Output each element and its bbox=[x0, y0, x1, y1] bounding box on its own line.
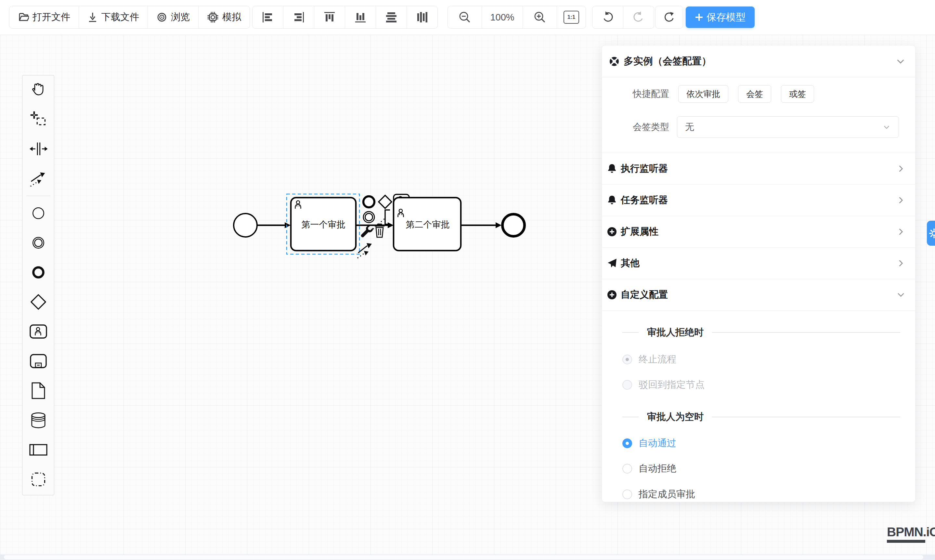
subprocess-icon bbox=[29, 353, 48, 369]
redo-icon bbox=[632, 11, 645, 24]
panel-header[interactable]: 多实例（会签配置） bbox=[602, 46, 915, 77]
space-tool[interactable] bbox=[29, 140, 48, 158]
section-other[interactable]: 其他 bbox=[602, 247, 915, 279]
empty-title-text: 审批人为空时 bbox=[647, 411, 704, 423]
bpmn-diagram: 第一个审批 bbox=[195, 179, 552, 286]
section-list: 执行监听器 任务监听器 扩展属性 bbox=[602, 153, 915, 311]
chevron-right-icon bbox=[897, 195, 906, 205]
undo-button[interactable] bbox=[592, 6, 623, 28]
sign-type-row: 会签类型 无 bbox=[602, 116, 915, 138]
divider-line bbox=[622, 332, 638, 333]
zoom-out-icon bbox=[458, 11, 471, 24]
zoom-level: 100% bbox=[481, 6, 523, 28]
distribute-horizontal-button[interactable] bbox=[376, 6, 407, 28]
create-user-task[interactable] bbox=[29, 322, 48, 341]
append-text-annotation-icon[interactable] bbox=[385, 210, 390, 224]
append-end-event-icon[interactable] bbox=[363, 196, 374, 208]
create-group[interactable] bbox=[29, 470, 48, 489]
participant-icon bbox=[29, 443, 48, 456]
zoom-group: 100% 1:1 bbox=[448, 6, 586, 29]
user-task-icon bbox=[29, 324, 48, 339]
create-gateway[interactable] bbox=[29, 293, 48, 311]
radio-circle[interactable] bbox=[622, 489, 632, 499]
align-bottom-button[interactable] bbox=[345, 6, 376, 28]
create-subprocess[interactable] bbox=[29, 352, 48, 370]
open-file-button[interactable]: 打开文件 bbox=[9, 6, 78, 28]
global-connect-tool[interactable] bbox=[29, 169, 48, 188]
create-intermediate-event[interactable] bbox=[29, 234, 48, 252]
preview-button[interactable]: 浏览 bbox=[148, 6, 198, 28]
group-icon bbox=[30, 471, 47, 488]
radio-return-to-node[interactable]: 驳回到指定节点 bbox=[602, 378, 915, 391]
radio-terminate-process[interactable]: 终止流程 bbox=[602, 353, 915, 366]
align-group bbox=[252, 6, 438, 29]
radio-circle[interactable] bbox=[622, 355, 632, 365]
section-label: 执行监听器 bbox=[621, 162, 892, 175]
radio-designated-member[interactable]: 指定成员审批 bbox=[602, 488, 915, 501]
section-extended-properties[interactable]: 扩展属性 bbox=[602, 216, 915, 247]
custom-config-area: 审批人拒绝时 终止流程 驳回到指定节点 审批人为空时 自动通过 bbox=[602, 311, 915, 501]
download-file-button[interactable]: 下载文件 bbox=[78, 6, 148, 28]
wrench-icon[interactable] bbox=[361, 225, 373, 237]
save-model-button[interactable]: 保存模型 bbox=[686, 6, 755, 28]
refresh-button[interactable] bbox=[655, 6, 683, 28]
zoom-out-button[interactable] bbox=[448, 6, 481, 28]
gateway-icon bbox=[29, 293, 47, 311]
chevron-down-icon[interactable] bbox=[896, 57, 906, 66]
lasso-tool[interactable] bbox=[29, 110, 48, 128]
section-label: 扩展属性 bbox=[621, 225, 892, 238]
reset-zoom-icon: 1:1 bbox=[564, 11, 579, 24]
create-start-event[interactable] bbox=[29, 204, 48, 222]
divider-line bbox=[622, 417, 638, 417]
redo-button[interactable] bbox=[623, 6, 654, 28]
sign-type-select[interactable]: 无 bbox=[677, 116, 899, 138]
radio-label: 自动拒绝 bbox=[638, 462, 676, 475]
distribute-vertical-button[interactable] bbox=[407, 6, 437, 28]
append-intermediate-event-icon[interactable] bbox=[363, 212, 374, 223]
option-sequential-approval[interactable]: 依次审批 bbox=[678, 85, 728, 103]
zoom-level-value: 100% bbox=[490, 12, 514, 23]
align-right-button[interactable] bbox=[283, 6, 314, 28]
align-right-icon bbox=[292, 11, 305, 24]
simulate-button[interactable]: 模拟 bbox=[198, 6, 249, 28]
trash-icon[interactable] bbox=[375, 224, 384, 237]
option-countersign[interactable]: 会签 bbox=[738, 85, 771, 103]
align-top-icon bbox=[323, 11, 336, 24]
end-event-shape[interactable] bbox=[503, 214, 524, 236]
start-event-shape[interactable] bbox=[234, 214, 257, 237]
append-gateway-icon[interactable] bbox=[378, 195, 392, 208]
refresh-icon bbox=[663, 11, 676, 24]
simulate-label: 模拟 bbox=[222, 11, 241, 24]
create-end-event[interactable] bbox=[29, 263, 48, 282]
section-label: 任务监听器 bbox=[621, 194, 892, 207]
start-event-icon bbox=[30, 205, 47, 222]
section-task-listener[interactable]: 任务监听器 bbox=[602, 184, 915, 216]
scrollbar-thumb[interactable] bbox=[4, 555, 923, 559]
user-task-person-icon bbox=[398, 209, 404, 217]
radio-circle[interactable] bbox=[622, 464, 632, 474]
create-data-store[interactable] bbox=[29, 411, 48, 429]
radio-label: 指定成员审批 bbox=[638, 488, 695, 501]
create-participant[interactable] bbox=[29, 441, 48, 459]
gear-icon bbox=[929, 228, 935, 238]
horizontal-scrollbar[interactable] bbox=[0, 554, 935, 560]
radio-auto-reject[interactable]: 自动拒绝 bbox=[602, 462, 915, 475]
end-event-icon bbox=[30, 264, 47, 281]
panel-toggle-tab[interactable] bbox=[927, 221, 935, 246]
align-top-button[interactable] bbox=[314, 6, 345, 28]
bpmn-designer-app: 打开文件 下载文件 浏览 bbox=[0, 0, 935, 560]
option-orsign[interactable]: 或签 bbox=[781, 85, 814, 103]
quick-config-row: 快捷配置 依次审批 会签 或签 bbox=[602, 85, 915, 103]
arrowhead bbox=[388, 222, 394, 228]
section-custom-config[interactable]: 自定义配置 bbox=[602, 279, 915, 311]
section-execution-listener[interactable]: 执行监听器 bbox=[602, 153, 915, 184]
radio-circle[interactable] bbox=[622, 380, 632, 390]
radio-auto-pass[interactable]: 自动通过 bbox=[602, 437, 915, 450]
hand-tool[interactable] bbox=[29, 81, 48, 99]
radio-circle[interactable] bbox=[622, 438, 632, 448]
reset-zoom-button[interactable]: 1:1 bbox=[557, 6, 586, 28]
undo-icon bbox=[601, 11, 614, 24]
align-left-button[interactable] bbox=[252, 6, 283, 28]
zoom-in-button[interactable] bbox=[523, 6, 557, 28]
create-data-object[interactable] bbox=[29, 382, 48, 400]
